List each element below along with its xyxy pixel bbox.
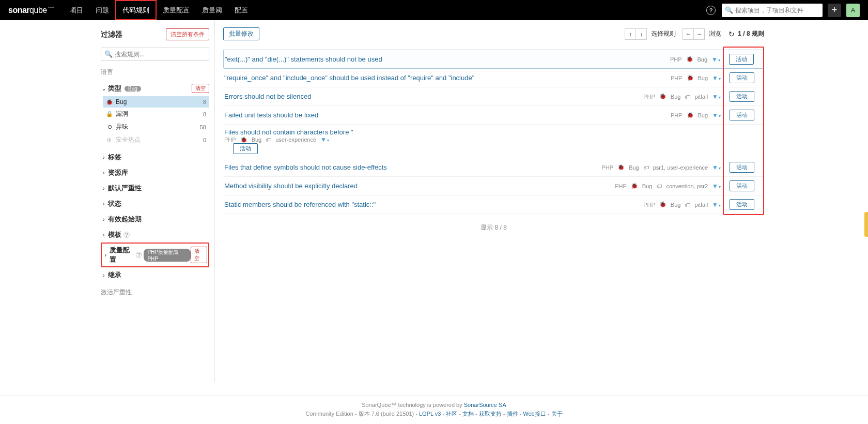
nav-item-0[interactable]: 项目 <box>64 0 89 20</box>
profile-facet-header[interactable]: › 质量配置 ? PHP质量配置 PHP 清空 <box>103 245 207 265</box>
bug-icon: 🐞 <box>106 99 113 105</box>
rule-name-link[interactable]: Errors should not be silenced <box>224 93 643 100</box>
rule-row: Files that define symbols should not cau… <box>223 158 764 177</box>
activate-button[interactable]: 活动 <box>729 54 754 65</box>
filters-title: 过滤器 <box>101 30 122 39</box>
type-item-异味[interactable]: ⊝异味58 <box>103 120 209 133</box>
chevron-right-icon: › <box>101 217 107 222</box>
clear-profile-button[interactable]: 清空 <box>191 247 207 263</box>
rule-name-link[interactable]: Files should not contain characters befo… <box>224 128 763 154</box>
type-item-漏洞[interactable]: 🔒漏洞8 <box>103 108 209 120</box>
inherit-facet-header[interactable]: › 继承 <box>101 267 209 283</box>
filter-icon[interactable]: ▼ <box>712 74 721 82</box>
rule-name-link[interactable]: "require_once" and "include_once" should… <box>224 74 671 82</box>
facet-默认严重性[interactable]: ›默认严重性 <box>101 180 209 196</box>
activate-button[interactable]: 活动 <box>730 91 754 102</box>
activate-button[interactable]: 活动 <box>730 110 754 120</box>
smell-icon: ⊝ <box>106 124 113 130</box>
activate-button[interactable]: 活动 <box>730 72 754 83</box>
rule-type: Bug <box>671 202 681 208</box>
rule-type: Bug <box>671 94 681 100</box>
logo[interactable]: sonarqube〰 <box>8 5 53 15</box>
right-edge-tab[interactable] <box>864 212 868 237</box>
nav-item-1[interactable]: 问题 <box>89 0 115 20</box>
profile-badge: PHP质量配置 PHP <box>144 249 190 262</box>
main-content: 批量修改 ↑ ↓ 选择规则 ← → 浏览 ↻ 1 / 8 规则 "exit(..… <box>214 20 772 382</box>
filter-icon[interactable]: ▼ <box>712 93 721 100</box>
rule-tags: user-experience <box>275 137 316 143</box>
rule-language: PHP <box>671 112 683 118</box>
activate-button[interactable]: 活动 <box>730 199 754 210</box>
global-search-input[interactable] <box>735 7 819 14</box>
bug-icon: 🐞 <box>617 164 625 171</box>
rule-count: 1 / 8 规则 <box>738 29 764 38</box>
rule-tags: pitfall <box>694 94 708 100</box>
bulk-change-button[interactable]: 批量修改 <box>223 27 259 40</box>
rule-name-link[interactable]: Static members should be referenced with… <box>224 201 643 208</box>
type-facet-header[interactable]: ⌄ 类型 Bug 清空 <box>101 81 209 96</box>
facet-有效起始期[interactable]: ›有效起始期 <box>101 211 209 227</box>
rule-row: Method visibility should be explicitly d… <box>223 177 764 195</box>
help-icon[interactable]: ? <box>706 6 716 15</box>
bug-icon: 🐞 <box>659 201 667 208</box>
activate-button[interactable]: 活动 <box>730 180 754 191</box>
hotspot-icon: ⛨ <box>106 137 113 143</box>
template-facet-header[interactable]: › 模板 ? <box>101 227 209 243</box>
help-icon[interactable]: ? <box>123 232 130 238</box>
filter-icon[interactable]: ▼ <box>711 56 720 63</box>
activation-severity-label: 激活严重性 <box>101 288 209 297</box>
reload-icon[interactable]: ↻ <box>729 30 735 38</box>
nav-item-4[interactable]: 质量阈 <box>196 0 228 20</box>
filter-icon[interactable]: ▼ <box>712 201 721 208</box>
browse-label: 浏览 <box>709 29 721 38</box>
rule-language: PHP <box>643 202 655 208</box>
chevron-right-icon: › <box>101 201 107 207</box>
nav-item-2[interactable]: 代码规则 <box>115 0 157 20</box>
rule-search-input[interactable] <box>115 51 206 58</box>
filter-icon[interactable]: ▼ <box>712 112 721 119</box>
prev-rule-button[interactable]: ↑ <box>625 28 636 40</box>
rule-language: PHP <box>670 56 682 63</box>
nav-item-5[interactable]: 配置 <box>228 0 254 20</box>
facet-资源库[interactable]: ›资源库 <box>101 165 209 180</box>
search-icon: 🔍 <box>725 6 733 14</box>
rule-name-link[interactable]: "exit(...)" and "die(...)" statements sh… <box>225 55 670 63</box>
rule-type: Bug <box>252 137 262 143</box>
rule-name-link[interactable]: Failed unit tests should be fixed <box>224 111 671 119</box>
filter-icon[interactable]: ▼ <box>712 183 721 190</box>
bug-icon: 🐞 <box>240 137 247 143</box>
lock-icon: 🔒 <box>106 111 113 117</box>
next-rule-button[interactable]: ↓ <box>636 28 647 40</box>
clear-type-button[interactable]: 清空 <box>192 84 209 93</box>
rule-row: "require_once" and "include_once" should… <box>223 69 764 87</box>
facet-状态[interactable]: ›状态 <box>101 196 209 211</box>
clear-all-button[interactable]: 清空所有条件 <box>166 28 209 40</box>
chevron-right-icon: › <box>101 155 107 160</box>
chevron-right-icon: › <box>101 272 107 278</box>
activate-button[interactable]: 活动 <box>233 143 258 154</box>
filter-icon[interactable]: ▼ <box>712 164 721 171</box>
create-button[interactable]: + <box>828 4 841 17</box>
chevron-down-icon: ⌄ <box>101 86 107 92</box>
sidebar-search[interactable]: 🔍 <box>101 48 209 60</box>
filter-icon[interactable]: ▼ <box>320 136 329 143</box>
rule-tags: pitfall <box>694 202 708 208</box>
rule-language: PHP <box>671 75 683 81</box>
nav-item-3[interactable]: 质量配置 <box>157 0 196 20</box>
global-search[interactable]: 🔍 <box>722 4 823 17</box>
rule-language: PHP <box>615 183 627 189</box>
help-icon[interactable]: ? <box>136 252 142 258</box>
rule-name-link[interactable]: Method visibility should be explicitly d… <box>224 182 615 190</box>
activate-button[interactable]: 活动 <box>730 162 754 173</box>
rule-name-link[interactable]: Files that define symbols should not cau… <box>224 163 602 171</box>
avatar[interactable]: A <box>846 4 860 17</box>
rule-row: Static members should be referenced with… <box>223 195 764 214</box>
rule-row: Files should not contain characters befo… <box>223 125 764 158</box>
results-footer: 显示 8 / 8 <box>223 223 764 232</box>
facet-标签[interactable]: ›标签 <box>101 149 209 165</box>
type-item-Bug[interactable]: 🐞Bug8 <box>103 96 209 108</box>
chevron-right-icon: › <box>101 170 107 176</box>
nav-left-button[interactable]: ← <box>683 28 694 40</box>
language-facet-label: 语言 <box>101 68 209 77</box>
nav-right-button[interactable]: → <box>693 28 705 40</box>
